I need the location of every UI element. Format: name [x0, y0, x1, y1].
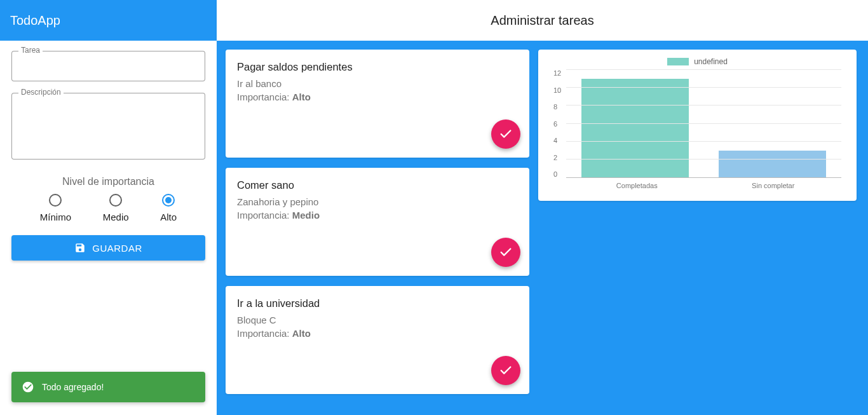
task-input[interactable]: [12, 51, 205, 81]
check-icon: [499, 127, 513, 141]
importance-title: Nivel de importancia: [11, 176, 205, 187]
y-tick: 12: [553, 70, 561, 77]
complete-task-button[interactable]: [491, 356, 520, 385]
task-subtitle: Bloque C: [237, 315, 518, 325]
check-icon: [499, 364, 513, 378]
chart-plot-area: [566, 70, 841, 178]
task-subtitle: Ir al banco: [237, 78, 518, 89]
task-card: Ir a la universidadBloque CImportancia: …: [226, 286, 529, 394]
bar: [719, 151, 826, 177]
bar-slot: [704, 70, 841, 177]
page-title: Administrar tareas: [217, 0, 868, 41]
save-button[interactable]: GUARDAR: [11, 235, 205, 261]
x-tick: Sin completar: [705, 182, 842, 189]
y-tick: 2: [553, 154, 561, 161]
radio-alto[interactable]: Alto: [160, 194, 177, 222]
task-importance: Importancia: Alto: [237, 328, 518, 339]
y-tick: 8: [553, 104, 561, 111]
chart-y-axis: 024681012: [553, 70, 566, 178]
legend-label: undefined: [694, 57, 728, 66]
save-button-label: GUARDAR: [92, 243, 142, 254]
radio-icon: [109, 194, 122, 207]
app-title: TodoApp: [0, 0, 217, 41]
task-title: Comer sano: [237, 179, 518, 191]
task-field: Tarea: [11, 51, 205, 81]
bar-slot: [566, 70, 703, 177]
sidebar-form: Tarea Descripción Nivel de importancia M…: [0, 41, 217, 415]
x-tick: Completadas: [569, 182, 705, 189]
snackbar-message: Todo agregado!: [42, 382, 104, 392]
snackbar: Todo agregado!: [11, 372, 205, 402]
y-tick: 4: [553, 137, 561, 144]
radio-label: Mínimo: [40, 212, 71, 222]
task-subtitle: Zanahoria y pepino: [237, 196, 518, 207]
radio-icon: [49, 194, 62, 207]
complete-task-button[interactable]: [491, 119, 520, 149]
task-list[interactable]: Pagar saldos pendientesIr al bancoImport…: [217, 41, 529, 415]
chart-legend: undefined: [553, 57, 841, 66]
chart-x-axis: CompletadasSin completar: [569, 182, 841, 189]
complete-task-button[interactable]: [491, 238, 520, 267]
task-label: Tarea: [18, 46, 43, 55]
radio-icon: [162, 194, 175, 207]
task-importance: Importancia: Medio: [237, 210, 518, 221]
save-icon: [74, 242, 86, 254]
y-tick: 10: [553, 87, 561, 94]
check-icon: [499, 245, 513, 259]
radio-min[interactable]: Mínimo: [40, 194, 71, 222]
radio-label: Alto: [160, 212, 177, 222]
task-title: Pagar saldos pendientes: [237, 61, 518, 73]
task-card: Pagar saldos pendientesIr al bancoImport…: [226, 50, 529, 158]
task-title: Ir a la universidad: [237, 297, 518, 310]
y-tick: 0: [553, 171, 561, 178]
radio-med[interactable]: Medio: [103, 194, 129, 222]
radio-label: Medio: [103, 212, 129, 222]
bar: [581, 79, 689, 177]
chart-card: undefined 024681012 CompletadasSin compl…: [538, 50, 857, 201]
description-field: Descripción: [11, 93, 205, 160]
description-input[interactable]: [12, 93, 205, 157]
check-circle-icon: [22, 381, 34, 393]
task-card: Comer sanoZanahoria y pepinoImportancia:…: [226, 168, 529, 276]
legend-swatch-icon: [667, 58, 689, 65]
task-importance: Importancia: Alto: [237, 92, 518, 102]
y-tick: 6: [553, 121, 561, 128]
description-label: Descripción: [18, 88, 64, 97]
